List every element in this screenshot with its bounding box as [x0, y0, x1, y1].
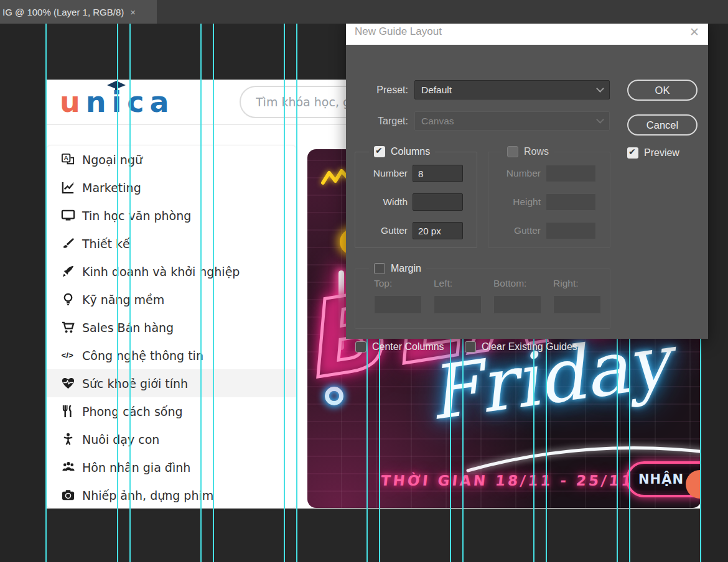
preset-value: Default: [421, 85, 597, 96]
guide-line[interactable]: [117, 24, 118, 562]
number-label: Number: [355, 168, 408, 179]
columns-legend[interactable]: Columns: [369, 146, 435, 157]
tab-close-icon[interactable]: ×: [130, 7, 136, 17]
preview-checkbox[interactable]: [627, 147, 638, 159]
gutter-label: Gutter: [488, 225, 541, 236]
guide-line[interactable]: [45, 24, 47, 562]
chevron-down-icon: [596, 85, 604, 93]
dialog-title: New Guide Layout: [355, 25, 689, 38]
target-label: Target:: [356, 116, 408, 127]
family-icon: [61, 460, 82, 474]
columns-width-row: Width: [355, 193, 463, 211]
sidebar-item-hon-nhan[interactable]: Hôn nhân gia đình: [47, 453, 296, 481]
guide-line[interactable]: [129, 24, 131, 562]
rows-number-input: [546, 165, 596, 182]
columns-label: Columns: [391, 146, 430, 157]
margin-right-label: Right:: [553, 278, 579, 289]
guide-line[interactable]: [200, 24, 202, 562]
sidebar-item-kinh-doanh[interactable]: Kinh doanh và khởi nghiệp: [47, 257, 296, 285]
sidebar-item-tin-hoc[interactable]: Tin học văn phòng: [47, 201, 296, 229]
preview-label: Preview: [644, 147, 679, 159]
paintbrush-icon: [61, 236, 82, 251]
rows-legend[interactable]: Rows: [502, 146, 554, 157]
graduation-cap-icon: [107, 81, 126, 91]
margin-legend[interactable]: Margin: [369, 263, 426, 274]
columns-gutter-row: Gutter: [355, 222, 463, 239]
dialog-close-icon[interactable]: ✕: [689, 25, 699, 39]
sidebar-item-nuoi-day-con[interactable]: Nuôi dạy con: [47, 425, 296, 453]
sidebar-item-label: Marketing: [82, 181, 141, 195]
photoshop-window: IG @ 100% (Layer 1, RGB/8) × unica A Ngo…: [0, 0, 728, 562]
sidebar-item-sales[interactable]: Sales Bán hàng: [47, 313, 296, 341]
heart-pulse-icon: [61, 376, 82, 390]
clear-existing-guides-row[interactable]: Clear Existing Guides: [465, 341, 577, 352]
preset-dropdown[interactable]: Default: [414, 80, 610, 99]
margin-group: Margin Top: Left: Bottom: Right:: [355, 269, 610, 329]
sidebar-item-marketing[interactable]: Marketing: [47, 173, 296, 201]
sidebar-item-label: Nhiếp ảnh, dựng phim: [82, 489, 213, 502]
rows-checkbox[interactable]: [507, 146, 518, 157]
columns-checkbox[interactable]: [374, 146, 385, 157]
svg-text:A: A: [64, 154, 68, 161]
target-dropdown: Canvas: [414, 111, 610, 131]
preset-label: Preset:: [356, 85, 408, 96]
sidebar-item-thiet-ke[interactable]: Thiết kế: [47, 229, 296, 257]
center-columns-row[interactable]: Center Columns: [355, 341, 444, 352]
margin-top-input: [374, 295, 422, 314]
utensils-icon: [61, 404, 82, 418]
columns-gutter-input[interactable]: [413, 222, 463, 239]
sidebar-item-label: Công nghệ thông tin: [82, 349, 203, 362]
sidebar-item-ky-nang-mem[interactable]: Kỹ năng mềm: [47, 285, 296, 313]
rows-height-input: [546, 193, 596, 211]
logo-letter: i: [112, 85, 128, 119]
chart-line-icon: [61, 180, 82, 195]
language-icon: A: [61, 152, 82, 167]
svg-text:</>: </>: [62, 351, 74, 360]
document-tab-title: IG @ 100% (Layer 1, RGB/8): [2, 7, 124, 17]
number-label: Number: [488, 168, 541, 179]
rows-height-row: Height: [488, 193, 596, 211]
code-icon: </>: [61, 348, 82, 362]
banner-time-text: THỜI GIAN 18/11 - 25/11: [380, 472, 635, 489]
sidebar-item-label: Hôn nhân gia đình: [82, 461, 190, 474]
sidebar-item-nhiep-anh[interactable]: Nhiếp ảnh, dựng phim: [47, 481, 296, 509]
category-sidebar: A Ngoại ngữ Marketing Tin học văn phòng: [46, 145, 297, 509]
document-tab-bar: IG @ 100% (Layer 1, RGB/8) ×: [0, 0, 728, 24]
sidebar-item-label: Sales Bán hàng: [82, 321, 174, 334]
sidebar-item-suc-khoe[interactable]: Sức khoẻ giới tính: [47, 369, 296, 397]
cart-icon: [61, 320, 82, 334]
margin-checkbox[interactable]: [374, 263, 385, 274]
margin-label: Margin: [391, 263, 421, 274]
child-icon: [61, 432, 82, 446]
width-label: Width: [355, 196, 408, 208]
clear-existing-guides-checkbox[interactable]: [465, 341, 476, 352]
margin-right-input: [553, 295, 601, 314]
lightbulb-icon: [61, 292, 82, 306]
margin-bottom-input: [493, 295, 541, 314]
margin-top-label: Top:: [374, 278, 392, 289]
sidebar-item-label: Tin học văn phòng: [82, 209, 191, 223]
rocket-icon: [61, 264, 82, 279]
center-columns-checkbox[interactable]: [355, 341, 366, 352]
chevron-down-icon: [596, 116, 604, 124]
document-tab[interactable]: IG @ 100% (Layer 1, RGB/8) ×: [0, 0, 157, 24]
columns-number-input[interactable]: [413, 165, 463, 182]
sidebar-item-label: Thiết kế: [82, 237, 130, 251]
sidebar-item-ngoai-ngu[interactable]: A Ngoại ngữ: [47, 145, 296, 173]
guide-line[interactable]: [296, 24, 297, 562]
ok-button[interactable]: OK: [627, 80, 698, 101]
clear-existing-guides-label: Clear Existing Guides: [482, 341, 577, 352]
cancel-button[interactable]: Cancel: [627, 114, 698, 136]
sidebar-item-label: Nuôi dạy con: [82, 433, 159, 446]
columns-width-input[interactable]: [413, 193, 463, 211]
guide-line[interactable]: [284, 24, 285, 562]
sidebar-item-phong-cach-song[interactable]: Phong cách sống: [47, 397, 296, 425]
sidebar-item-label: Ngoại ngữ: [82, 153, 142, 167]
sidebar-item-cong-nghe[interactable]: </> Công nghệ thông tin: [47, 341, 296, 369]
margin-left-label: Left:: [434, 278, 452, 289]
gutter-label: Gutter: [355, 225, 408, 236]
logo-letter: a: [150, 85, 175, 119]
new-guide-layout-dialog: New Guide Layout ✕ Preset: Default OK Ta…: [346, 19, 708, 339]
preview-checkbox-row[interactable]: Preview: [627, 147, 679, 159]
guide-line[interactable]: [213, 24, 214, 562]
